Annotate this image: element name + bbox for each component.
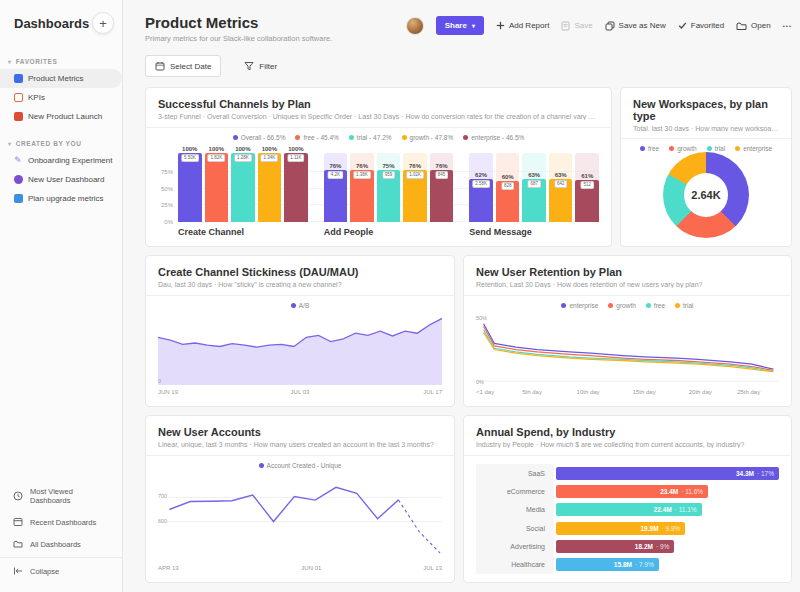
- funnel-bar: 1.82K100%: [205, 153, 229, 222]
- legend-item[interactable]: trial: [707, 145, 725, 152]
- spend-bar-zone: 34.3M· 17%: [554, 464, 779, 482]
- funnel-bar-value: 1.02K: [406, 171, 424, 179]
- sidebar-collapse-button[interactable]: Collapse: [0, 557, 122, 582]
- legend-item[interactable]: Account Created - Unique: [259, 462, 342, 469]
- add-dashboard-button[interactable]: +: [92, 12, 114, 34]
- spend-row: Media22.4M· 11.1%: [476, 501, 779, 519]
- legend-item[interactable]: free: [640, 145, 659, 152]
- retention-plot: 50% 0%: [476, 315, 779, 385]
- avatar[interactable]: [406, 17, 424, 35]
- sidebar-item-onboarding-experiment[interactable]: ✎Onboarding Experiment: [0, 151, 122, 170]
- sidebar-item-new-user-dashboard[interactable]: New User Dashboard: [0, 170, 122, 189]
- funnel-bar-fill: [231, 153, 255, 222]
- spend-value-label: 22.4M: [654, 506, 672, 513]
- funnel-group: 2.58K62%82860%68763%64263%51261%Send Mes…: [469, 153, 599, 238]
- y-tick: 25%: [161, 202, 173, 208]
- dashboard-icon: [14, 175, 23, 184]
- legend-item[interactable]: growth - 47.8%: [402, 134, 454, 141]
- legend-dot-icon: [669, 146, 674, 151]
- plus-icon: [496, 21, 505, 30]
- sidebar-item-recent[interactable]: Recent Dashboards: [0, 511, 122, 533]
- funnel-bar: 1.34K100%: [258, 153, 282, 222]
- funnel-bar-value: 828: [501, 182, 515, 190]
- spend-bar: 23.4M· 11.6%: [556, 485, 708, 498]
- select-date-button[interactable]: Select Date: [145, 55, 221, 77]
- spend-bar: 15.8M· 7.9%: [556, 558, 659, 571]
- area-fill: [158, 319, 442, 386]
- legend-item[interactable]: enterprise: [735, 145, 772, 152]
- funnel-bar: 82860%: [496, 153, 520, 222]
- add-report-button[interactable]: Add Report: [496, 21, 549, 30]
- legend-item[interactable]: growth: [669, 145, 697, 152]
- filter-button[interactable]: Filter: [235, 56, 286, 76]
- x-tick: 20th day: [689, 389, 712, 395]
- y-tick: 50%: [161, 186, 173, 192]
- accounts-line-forecast: [398, 500, 440, 553]
- funnel-bar: 1.38K76%: [350, 153, 374, 222]
- spend-percent-label: · 17%: [757, 470, 774, 477]
- x-tick: JUN 19: [158, 389, 178, 395]
- legend-dot-icon: [233, 135, 238, 140]
- funnel-bar: 1.11K100%: [284, 153, 308, 222]
- chevron-down-icon: ▾: [8, 140, 12, 147]
- legend-item[interactable]: enterprise: [561, 302, 598, 309]
- spend-category-label: Social: [476, 519, 554, 537]
- funnel-bar: 1.02K76%: [403, 153, 427, 222]
- spend-bar: 22.4M· 11.1%: [556, 503, 702, 516]
- sidebar-item-all-dashboards[interactable]: All Dashboards: [0, 533, 122, 555]
- donut-center-label: 2.64K: [663, 152, 749, 238]
- sidebar-item-most-viewed[interactable]: Most Viewed Dashboards: [0, 481, 122, 511]
- y-tick: 0%: [164, 219, 173, 225]
- retention-line-enterprise: [484, 324, 774, 369]
- spend-bar-zone: 19.9M· 9.9%: [554, 519, 779, 537]
- legend-item[interactable]: Overall - 66.5%: [233, 134, 286, 141]
- legend-item[interactable]: free: [646, 302, 665, 309]
- spend-value-label: 34.3M: [736, 470, 754, 477]
- sidebar-section-label[interactable]: ▾FAVORITES: [0, 52, 122, 69]
- spend-row: SaaS34.3M· 17%: [476, 464, 779, 482]
- spend-value-label: 23.4M: [660, 488, 678, 495]
- favorited-button[interactable]: Favorited: [678, 21, 724, 30]
- funnel-chart: 0%25%50%75% 5.50K100%1.82K100%1.28K100%1…: [158, 153, 599, 238]
- spend-row: Social19.9M· 9.9%: [476, 519, 779, 537]
- card-new-workspaces: New Workspaces, by plan type Total, last…: [620, 87, 792, 247]
- save-as-new-button[interactable]: Save as New: [605, 21, 666, 31]
- funnel-bar-fill: [258, 153, 282, 222]
- sidebar-section: ▾FAVORITESProduct MetricsKPIsNew Product…: [0, 52, 122, 126]
- sidebar-item-product-metrics[interactable]: Product Metrics: [0, 69, 122, 88]
- funnel-bar: 68763%: [522, 153, 546, 222]
- page-subtitle: Primary metrics for our Slack-like colla…: [145, 34, 332, 43]
- funnel-bar-fill: [178, 153, 202, 222]
- sidebar-item-new-product-launch[interactable]: New Product Launch: [0, 107, 122, 126]
- dashboard-icon: [14, 194, 23, 203]
- legend-item[interactable]: trial: [675, 302, 693, 309]
- main-content: Product Metrics Primary metrics for our …: [123, 0, 800, 592]
- spend-bar-zone: 22.4M· 11.1%: [554, 501, 779, 519]
- legend-item[interactable]: free - 45.4%: [295, 134, 338, 141]
- more-options-button[interactable]: •••: [783, 23, 792, 29]
- x-tick: JUL 17: [423, 389, 442, 395]
- funnel-bar-percent: 76%: [329, 163, 341, 169]
- legend-item[interactable]: trial - 47.2%: [349, 134, 392, 141]
- sidebar-sections: ▾FAVORITESProduct MetricsKPIsNew Product…: [0, 44, 122, 208]
- filter-toolbar: Select Date Filter: [145, 55, 792, 77]
- legend-label: growth: [677, 145, 697, 152]
- legend-item[interactable]: enterprise - 46.5%: [463, 134, 524, 141]
- folder-icon: [13, 539, 23, 549]
- funnel-legend: Overall - 66.5%free - 45.4%trial - 47.2%…: [158, 134, 599, 141]
- sidebar-section-label[interactable]: ▾CREATED BY YOU: [0, 134, 122, 151]
- legend-label: trial - 47.2%: [357, 134, 392, 141]
- spend-category-label: eCommerce: [476, 482, 554, 500]
- sidebar-item-kpis[interactable]: KPIs: [0, 88, 122, 107]
- save-button[interactable]: Save: [561, 21, 592, 31]
- sidebar-item-plan-upgrade-metrics[interactable]: Plan upgrade metrics: [0, 189, 122, 208]
- share-button[interactable]: Share ▾: [436, 16, 484, 35]
- legend-dot-icon: [640, 146, 645, 151]
- legend-label: enterprise: [743, 145, 772, 152]
- open-button[interactable]: Open: [736, 21, 771, 31]
- funnel-bar-percent: 63%: [528, 172, 540, 178]
- accounts-legend: Account Created - Unique: [158, 462, 442, 469]
- legend-item[interactable]: growth: [608, 302, 636, 309]
- sidebar-section: ▾CREATED BY YOU✎Onboarding ExperimentNew…: [0, 134, 122, 208]
- legend-item[interactable]: A/B: [291, 302, 309, 309]
